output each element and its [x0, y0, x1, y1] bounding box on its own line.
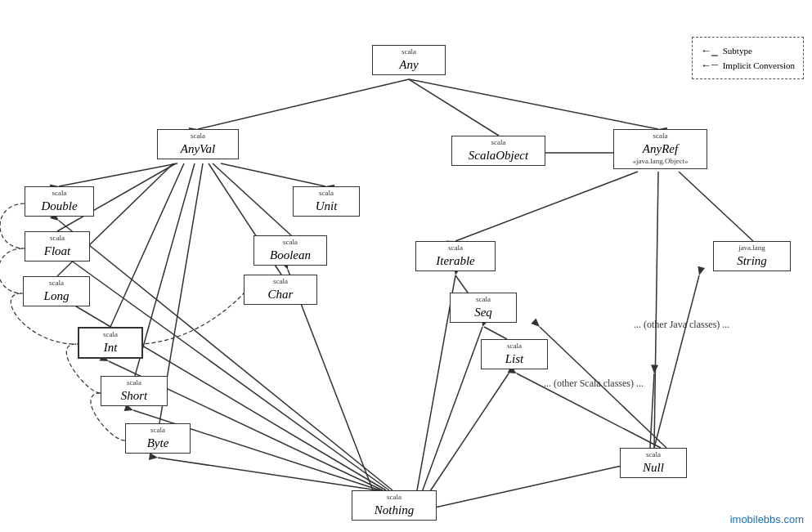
node-anyref: scala AnyRef «java.lang.Object»: [613, 129, 707, 169]
node-any: scala Any: [372, 45, 446, 75]
svg-line-0: [198, 79, 409, 129]
implicit-arrow-icon: ←┈: [701, 59, 718, 72]
node-char: scala Char: [244, 275, 317, 305]
node-unit: scala Unit: [293, 186, 360, 217]
svg-line-19: [56, 249, 389, 490]
node-double: scala Double: [25, 186, 94, 217]
subtype-arrow-icon: ←⎯: [701, 44, 718, 57]
svg-line-24: [435, 466, 621, 507]
svg-line-15: [654, 172, 658, 448]
node-null: scala Null: [620, 448, 687, 478]
svg-line-30: [650, 373, 654, 448]
svg-line-17: [484, 327, 507, 339]
watermark: imobilebbs.com: [730, 513, 804, 525]
svg-line-23: [158, 458, 378, 490]
legend: ←⎯ Subtype ←┈ Implicit Conversion: [692, 37, 804, 79]
other-java-label: ... (other Java classes) ...: [634, 319, 729, 331]
svg-line-14: [679, 172, 753, 241]
subtype-label: Subtype: [723, 46, 752, 56]
node-list: scala List: [481, 339, 548, 369]
node-float: scala Float: [25, 231, 90, 262]
diagram-svg: [0, 0, 812, 532]
node-boolean: scala Boolean: [253, 235, 327, 266]
node-scalaobject: scala ScalaObject: [451, 136, 545, 166]
svg-line-1: [409, 79, 658, 129]
svg-line-29: [654, 275, 699, 448]
svg-line-16: [455, 275, 468, 293]
node-short: scala Short: [101, 376, 168, 406]
other-scala-label: ... (other Scala classes) ...: [544, 378, 644, 390]
svg-line-13: [455, 172, 638, 241]
node-seq: scala Seq: [450, 293, 517, 323]
svg-line-4: [59, 163, 177, 186]
svg-line-25: [425, 373, 509, 498]
implicit-label: Implicit Conversion: [723, 60, 795, 70]
node-int: scala Int: [78, 327, 143, 359]
legend-implicit: ←┈ Implicit Conversion: [701, 59, 795, 72]
diagram: scala Any scala AnyVal scala AnyRef «jav…: [0, 0, 812, 532]
node-anyval: scala AnyVal: [157, 129, 239, 159]
svg-line-10: [221, 163, 325, 186]
svg-line-11: [213, 163, 291, 235]
node-long: scala Long: [23, 276, 90, 306]
svg-line-26: [421, 327, 482, 494]
legend-subtype: ←⎯ Subtype: [701, 44, 795, 57]
node-nothing: scala Nothing: [352, 490, 437, 521]
svg-line-7: [110, 163, 184, 327]
node-iterable: scala Iterable: [415, 241, 496, 271]
node-byte: scala Byte: [125, 423, 191, 454]
node-string: java.lang String: [713, 241, 791, 271]
